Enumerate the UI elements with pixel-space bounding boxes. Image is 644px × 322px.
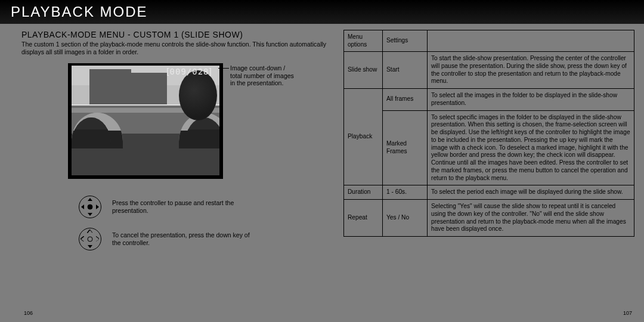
- page-title: PLAYBACK MODE: [11, 4, 148, 20]
- controller-row-cancel: To cancel the presentation, press the do…: [79, 228, 332, 250]
- counter-caption: Image count-down / total number of image…: [230, 64, 296, 179]
- content-area: PLAYBACK-MODE MENU - CUSTOM 1 (SLIDE SHO…: [0, 24, 644, 322]
- col-menu-options: Menu options: [344, 30, 383, 52]
- page-number-left: 106: [24, 310, 33, 316]
- controller-row-pause: Press the controller to pause and restar…: [79, 196, 332, 218]
- controller-cancel-text: To cancel the presentation, press the do…: [112, 231, 255, 247]
- counter-caption-text: Image count-down / total number of image…: [230, 64, 294, 86]
- controller-instructions: Press the controller to pause and restar…: [79, 196, 332, 250]
- table-row: Playback All frames To select all the im…: [344, 89, 634, 111]
- building-shape: [131, 73, 167, 106]
- opt-cell: Duration: [344, 185, 383, 200]
- right-page: Menu options Settings Slide show Start T…: [343, 30, 634, 317]
- opt-cell: Slide show: [344, 52, 383, 89]
- leader-line: [218, 68, 229, 69]
- desc-cell: To select specific images in the folder …: [428, 110, 634, 185]
- screenshot-row: 009/028 Image count-down / total number …: [68, 63, 332, 179]
- settings-table: Menu options Settings Slide show Start T…: [343, 30, 634, 237]
- building-shape: [89, 69, 131, 105]
- desc-cell: To select all the images in the folder t…: [428, 89, 634, 111]
- controller-icon: [79, 228, 101, 250]
- col-description: [428, 30, 634, 52]
- lcd-image: 009/028: [68, 63, 223, 179]
- left-page: PLAYBACK-MODE MENU - CUSTOM 1 (SLIDE SHO…: [21, 30, 332, 317]
- col-settings: Settings: [383, 30, 428, 52]
- tree-shape: [179, 70, 217, 120]
- desc-cell: Selecting "Yes" will cause the slide sho…: [428, 200, 634, 237]
- desc-cell: To select the period each image will be …: [428, 185, 634, 200]
- section-intro: The custom 1 section of the playback-mod…: [21, 41, 332, 56]
- set-cell: Yes / No: [383, 200, 428, 237]
- settings-body: Slide show Start To start the slide-show…: [344, 52, 634, 237]
- table-row: Slide show Start To start the slide-show…: [344, 52, 634, 89]
- set-cell: All frames: [383, 89, 428, 111]
- table-row: Marked Frames To select specific images …: [344, 110, 634, 185]
- page-header: PLAYBACK MODE: [0, 0, 644, 24]
- opt-cell: Playback: [344, 89, 383, 185]
- set-cell: Marked Frames: [383, 110, 428, 185]
- lcd-preview: 009/028: [68, 63, 223, 179]
- page-number-right: 107: [623, 310, 632, 316]
- set-cell: Start: [383, 52, 428, 89]
- controller-pause-text: Press the controller to pause and restar…: [112, 199, 255, 215]
- opt-cell: Repeat: [344, 200, 383, 237]
- section-subhead: PLAYBACK-MODE MENU - CUSTOM 1 (SLIDE SHO…: [21, 30, 332, 39]
- desc-cell: To start the slide-show presentation. Pr…: [428, 52, 634, 89]
- table-row: Repeat Yes / No Selecting "Yes" will cau…: [344, 200, 634, 237]
- controller-icon: [79, 196, 101, 218]
- set-cell: 1 - 60s.: [383, 185, 428, 200]
- image-counter: 009/028: [165, 67, 213, 76]
- table-row: Duration 1 - 60s. To select the period e…: [344, 185, 634, 200]
